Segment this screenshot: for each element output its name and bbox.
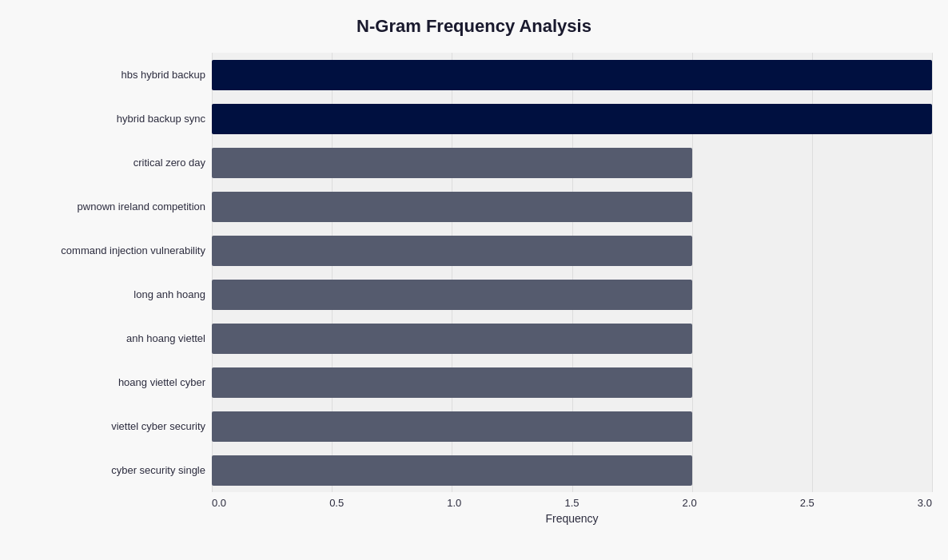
chart-title: N-Gram Frequency Analysis [16, 16, 932, 37]
x-tick: 0.5 [329, 497, 344, 509]
y-label: long anh hoang [16, 272, 205, 316]
bar [212, 455, 692, 486]
bar [212, 280, 692, 310]
grid-line [932, 53, 933, 492]
bar-row [212, 53, 932, 97]
x-axis-section: 0.00.51.01.52.02.53.0 Frequency [212, 492, 932, 525]
bars-plot [212, 53, 932, 492]
x-tick: 3.0 [918, 497, 932, 509]
bar-row [212, 141, 932, 185]
y-label: cyber security single [16, 448, 205, 492]
y-label: critical zero day [16, 141, 205, 185]
bar [212, 104, 932, 134]
x-tick: 1.0 [447, 497, 461, 509]
bar [212, 236, 692, 266]
bar [212, 60, 932, 90]
x-axis-label: Frequency [212, 512, 932, 525]
x-tick: 2.5 [800, 497, 815, 509]
bar-row [212, 360, 932, 404]
bar-row [212, 404, 932, 448]
x-ticks: 0.00.51.01.52.02.53.0 [212, 492, 932, 509]
bar [212, 324, 692, 354]
chart-container: N-Gram Frequency Analysis hbs hybrid bac… [0, 0, 948, 560]
bar-row [212, 272, 932, 316]
bar-row [212, 185, 932, 228]
bar-row [212, 97, 932, 141]
y-label: command injection vulnerability [16, 228, 205, 272]
bar [212, 192, 692, 222]
bar [212, 148, 692, 178]
y-label: pwnown ireland competition [16, 185, 205, 228]
y-label: viettel cyber security [16, 404, 205, 448]
y-label: hoang viettel cyber [16, 360, 205, 404]
x-tick: 2.0 [683, 497, 697, 509]
bars-section: hbs hybrid backuphybrid backup synccriti… [16, 53, 932, 492]
y-label: anh hoang viettel [16, 316, 205, 360]
bar-row [212, 448, 932, 492]
y-label: hbs hybrid backup [16, 53, 205, 97]
x-tick: 0.0 [212, 497, 226, 509]
bar-row [212, 316, 932, 360]
y-label: hybrid backup sync [16, 97, 205, 141]
bar [212, 367, 692, 398]
y-labels: hbs hybrid backuphybrid backup synccriti… [16, 53, 212, 492]
bar-row [212, 228, 932, 272]
x-tick: 1.5 [564, 497, 579, 509]
bar [212, 411, 692, 442]
chart-area: hbs hybrid backuphybrid backup synccriti… [16, 53, 932, 485]
